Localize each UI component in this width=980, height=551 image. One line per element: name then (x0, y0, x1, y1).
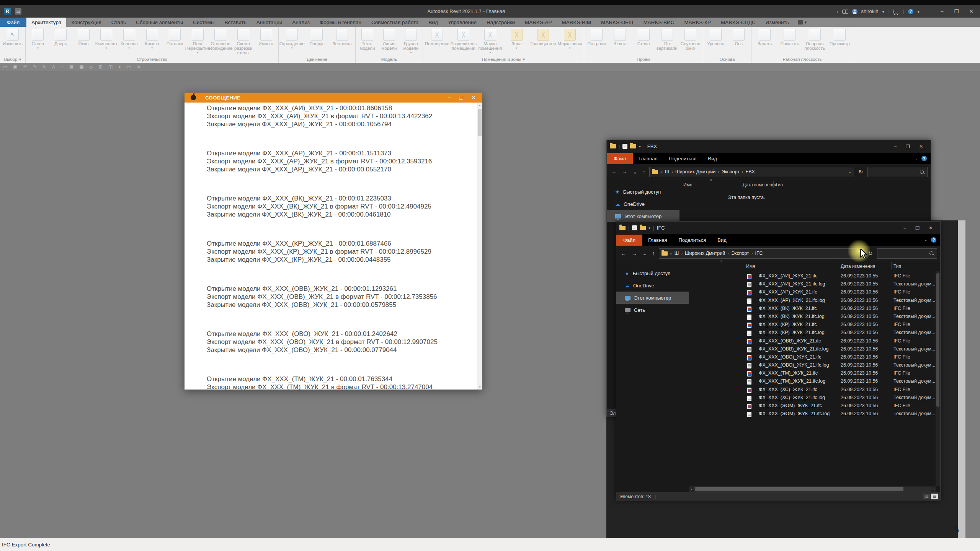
sidebar-item-pc[interactable]: Этот компьютер (616, 292, 689, 304)
breadcrumb-item[interactable]: Широких Дмитрий (675, 169, 715, 174)
ribbon-tool[interactable]: Задать (752, 28, 777, 56)
back-icon[interactable]: ← (619, 250, 628, 256)
revit-tab[interactable]: Управление (443, 18, 482, 27)
sidebar-item-net[interactable]: Сеть (616, 304, 689, 316)
ribbon-tool[interactable]: Изменить (1, 28, 24, 56)
revit-restore-button[interactable]: ❐ (951, 8, 962, 14)
breadcrumb-item[interactable]: Экспорт (722, 169, 740, 174)
history-caret-icon[interactable]: ⌄ (631, 169, 639, 175)
forward-icon[interactable]: → (621, 169, 629, 175)
file-row[interactable]: ФХ_ХХХ_(ОВО)_ЖУК_21.ifc26.09.2023 10:56I… (689, 354, 935, 362)
ribbon-tool[interactable]: По грани (585, 28, 608, 56)
breadcrumb-item[interactable]: FBX (746, 169, 755, 174)
ribbon-tool[interactable]: Крыша▾ (140, 28, 163, 56)
back-icon[interactable]: ← (610, 169, 618, 175)
ribbon-tool[interactable]: Границы зон (530, 28, 556, 56)
ribbon-tool[interactable]: По вертикали (655, 28, 679, 56)
file-row[interactable]: ФХ_ХХХ_(ХС)_ЖУК_21.ifc.log26.09.2023 10:… (689, 394, 935, 402)
revit-tab[interactable]: Сборные элементы (131, 18, 188, 27)
ribbon-panel-title[interactable]: Основа (703, 56, 751, 63)
ribbon-tool[interactable]: Стеновое ограждение (209, 28, 232, 56)
ifc-search-input[interactable] (877, 250, 931, 256)
revit-minimize-button[interactable]: – (937, 8, 947, 14)
sidebar-item-cloud[interactable]: ☁OneDrive (616, 279, 689, 292)
help-icon[interactable]: ? (908, 9, 913, 14)
scrollbar-thumb[interactable] (936, 273, 939, 407)
ribbon-tool[interactable]: Линия модели (378, 28, 400, 56)
paste-icon[interactable]: ▣ (13, 64, 17, 70)
sidebar-item-pc[interactable]: Этот компьютер (607, 210, 679, 222)
ribbon-panel-title[interactable]: Строительство (26, 56, 278, 63)
revit-tab[interactable]: MARKS-BIM (557, 18, 596, 27)
breadcrumb[interactable]: «Ш›Широких Дмитрий›Экспорт›FBX⌄ (649, 167, 854, 177)
column-divider[interactable] (838, 262, 838, 269)
scrollbar-thumb[interactable] (478, 109, 482, 136)
rect-icon[interactable]: ▭ (127, 64, 131, 70)
ifc-maximize-button[interactable]: ❐ (911, 225, 924, 231)
column-divider[interactable] (773, 181, 774, 188)
ribbon-tool[interactable]: Шахта (608, 28, 632, 56)
menu-item[interactable]: Файл (607, 153, 633, 164)
ribbon-tool[interactable]: Пандус (304, 28, 329, 56)
revit-tab[interactable]: MARKS-АР (520, 18, 557, 27)
scroll-right-icon[interactable]: › (931, 487, 936, 491)
revit-tab[interactable]: Совместная работа (366, 18, 424, 27)
ifc-close-button[interactable]: ✕ (924, 225, 937, 231)
dialog-maximize-button[interactable] (459, 96, 463, 100)
file-row[interactable]: ФХ_ХХХ_(ВК)_ЖУК_21.ifc26.09.2023 10:56IF… (689, 305, 935, 313)
menu-item[interactable]: Поделиться (663, 153, 702, 164)
ifc-search-box[interactable] (877, 248, 937, 259)
scroll-down-icon[interactable]: ▼ (477, 386, 482, 388)
breadcrumb-item[interactable]: IFC (755, 251, 763, 256)
ribbon-tool[interactable]: Колонна▾ (118, 28, 141, 56)
ribbon-tool[interactable]: Группа модели▾ (400, 28, 422, 56)
file-row[interactable]: ФХ_ХХХ_(АР)_ЖУК_21.ifc.log26.09.2023 10:… (689, 297, 935, 305)
file-row[interactable]: ФХ_ХХХ_(КР)_ЖУК_21.ifc26.09.2023 10:56IF… (689, 321, 935, 329)
undo-icon[interactable]: ↶ (23, 64, 27, 70)
column-divider[interactable] (891, 262, 892, 269)
revit-tab[interactable]: Надстройки (482, 18, 520, 27)
revit-tab[interactable]: MARKS-КР (679, 18, 716, 27)
file-row[interactable]: ФХ_ХХХ_(ЭОМ)_ЖУК_21.ifc26.09.2023 10:56I… (689, 402, 935, 410)
ribbon-tool[interactable]: Помещение (424, 28, 450, 56)
scrollbar-thumb[interactable] (695, 487, 903, 491)
chevron-left-icon[interactable]: ‹ (837, 9, 838, 14)
ribbon-tool[interactable]: Стена (632, 28, 655, 56)
pen-icon[interactable]: ✎ (42, 64, 46, 70)
ribbon-panel-title[interactable]: Рабочая плоскость (751, 56, 853, 63)
ribbon-tool[interactable]: Пол/Перекрытие▾ (186, 28, 209, 56)
revit-close-button[interactable]: ✕ (966, 8, 977, 14)
pen-icon[interactable]: ✎ (952, 524, 961, 536)
file-row[interactable]: ФХ_ХХХ_(ОВО)_ЖУК_21.ifc.log26.09.2023 10… (689, 362, 935, 370)
user-caret-icon[interactable]: ▾ (882, 9, 884, 14)
ifc-minimize-button[interactable]: – (899, 225, 911, 231)
crumb-collapse-icon[interactable]: « (670, 251, 672, 256)
column-header[interactable]: Имя (746, 264, 755, 269)
horizontal-scrollbar[interactable]: ‹› (689, 486, 936, 492)
fbx-refresh-button[interactable]: ↻ (856, 169, 866, 175)
dialog-scrollbar[interactable]: ▲ ▼ (477, 103, 482, 390)
file-row[interactable]: ФХ_ХХХ_(ВК)_ЖУК_21.ifc.log26.09.2023 10:… (689, 313, 935, 321)
redo-icon[interactable]: ↷ (33, 64, 37, 70)
sidebar-item-cloud[interactable]: ☁OneDrive (607, 198, 679, 210)
menu-item[interactable]: Главная (642, 235, 673, 246)
revit-tab[interactable]: Сталь (106, 18, 131, 27)
ribbon-tool[interactable]: Окно (72, 28, 95, 56)
breadcrumb-item[interactable]: Широких Дмитрий (685, 251, 725, 256)
column-header[interactable]: Дата изменения (743, 182, 777, 187)
up-icon[interactable]: ↑ (641, 169, 647, 175)
window-titlebar[interactable]: |✓▾|IFC–❐✕ (616, 222, 940, 234)
ribbon-tool[interactable]: Разделитель помещений (450, 28, 477, 56)
fbx-search-box[interactable] (867, 167, 928, 177)
fbx-close-button[interactable]: ✕ (915, 144, 928, 149)
plus-grid-icon[interactable]: ⊞ (99, 64, 103, 70)
ribbon-panel-title[interactable]: Модель (356, 56, 423, 63)
ribbon-tool[interactable]: Ограждение▾ (279, 28, 304, 56)
dialog-minimize-button[interactable]: – (448, 95, 451, 100)
scroll-left-icon[interactable]: ‹ (689, 487, 694, 491)
window-titlebar[interactable]: |✓▾|FBX–❐✕ (607, 140, 931, 153)
file-row[interactable]: ФХ_ХХХ_(АИ)_ЖУК_21.ifc.log26.09.2023 10:… (689, 280, 935, 289)
column-header[interactable]: Дата изменения (841, 264, 875, 269)
details-view-button[interactable]: ▦ (931, 494, 938, 499)
target-icon[interactable]: ⌖ (118, 64, 121, 70)
